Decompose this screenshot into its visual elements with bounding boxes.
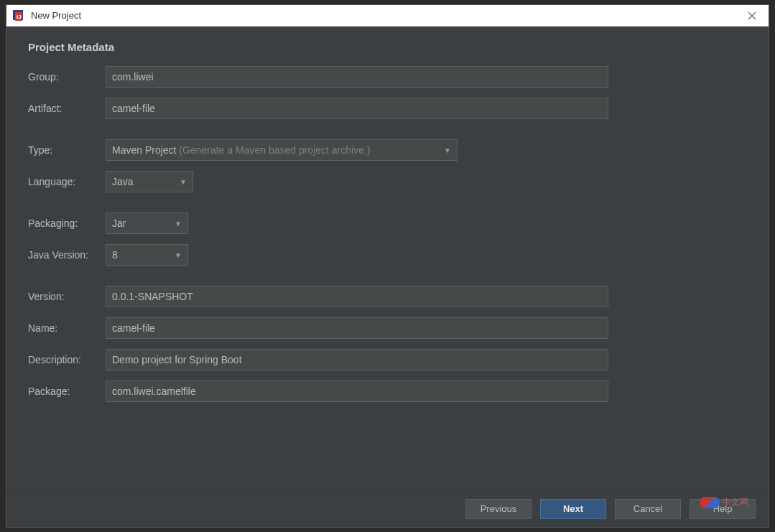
row-java-version: Java Version: 8 ▼ [28,244,747,266]
window-title: New Project [31,10,741,21]
group-label: Group: [28,71,106,83]
titlebar: IJ New Project [6,5,769,27]
chevron-down-icon: ▼ [175,220,182,228]
package-input[interactable] [106,381,608,402]
new-project-dialog: IJ New Project Project Metadata Group: A… [6,4,769,528]
package-label: Package: [28,386,106,397]
name-input[interactable] [106,317,608,339]
version-input[interactable] [106,286,608,307]
row-version: Version: [28,286,747,307]
java-version-label: Java Version: [28,249,106,261]
close-icon[interactable] [741,5,763,27]
java-version-select-text: 8 [112,249,169,261]
type-label: Type: [28,144,106,156]
row-artifact: Artifact: [28,98,747,119]
row-name: Name: [28,317,747,339]
button-bar: Previous Next Cancel Help [6,490,769,527]
row-group: Group: [28,66,747,88]
next-button[interactable]: Next [540,499,606,519]
row-type: Type: Maven Project (Generate a Maven ba… [28,139,747,161]
chevron-down-icon: ▼ [444,146,451,154]
artifact-label: Artifact: [28,103,106,114]
language-select-text: Java [112,176,174,187]
description-input[interactable] [106,349,608,370]
version-label: Version: [28,291,106,302]
row-package: Package: [28,381,747,402]
section-heading: Project Metadata [28,41,747,53]
row-packaging: Packaging: Jar ▼ [28,213,747,234]
description-label: Description: [28,354,106,365]
svg-text:IJ: IJ [17,14,22,20]
app-icon: IJ [12,9,25,22]
help-button[interactable]: Help [690,499,756,519]
language-select[interactable]: Java ▼ [106,171,193,192]
chevron-down-icon: ▼ [180,178,187,186]
row-language: Language: Java ▼ [28,171,747,192]
java-version-select[interactable]: 8 ▼ [106,244,188,266]
dialog-content: Project Metadata Group: Artifact: Type: … [6,27,769,490]
packaging-select-text: Jar [112,218,169,229]
type-select-text: Maven Project (Generate a Maven based pr… [112,144,438,156]
previous-button[interactable]: Previous [465,499,532,519]
name-label: Name: [28,322,106,334]
language-label: Language: [28,176,106,187]
artifact-input[interactable] [106,98,608,119]
chevron-down-icon: ▼ [175,251,182,259]
packaging-select[interactable]: Jar ▼ [106,213,188,234]
cancel-button[interactable]: Cancel [615,499,681,519]
type-select[interactable]: Maven Project (Generate a Maven based pr… [106,139,458,161]
group-input[interactable] [106,66,608,88]
row-description: Description: [28,349,747,370]
packaging-label: Packaging: [28,218,106,229]
